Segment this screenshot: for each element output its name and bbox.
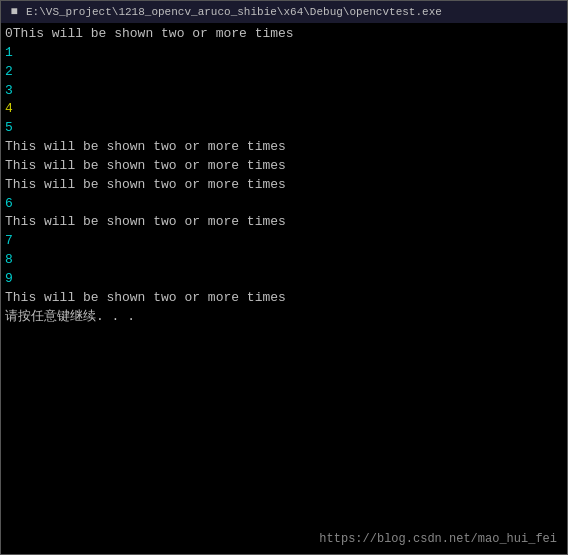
console-line: 4 [5, 100, 563, 119]
window: ■ E:\VS_project\1218_opencv_aruco_shibie… [0, 0, 568, 555]
console-line: This will be shown two or more times [5, 176, 563, 195]
console-line: This will be shown two or more times [5, 157, 563, 176]
title-bar: ■ E:\VS_project\1218_opencv_aruco_shibie… [1, 1, 567, 23]
console-line: 5 [5, 119, 563, 138]
footer-link: https://blog.csdn.net/mao_hui_fei [319, 531, 557, 548]
console-line: 7 [5, 232, 563, 251]
title-text: E:\VS_project\1218_opencv_aruco_shibie\x… [26, 6, 442, 18]
console-line: This will be shown two or more times [5, 289, 563, 308]
console-lines: 0This will be shown two or more times123… [5, 25, 563, 327]
window-icon: ■ [7, 5, 21, 19]
console-line: 6 [5, 195, 563, 214]
console-line: 8 [5, 251, 563, 270]
console-line: This will be shown two or more times [5, 138, 563, 157]
console-line: 2 [5, 63, 563, 82]
console-line: 9 [5, 270, 563, 289]
console-line: 3 [5, 82, 563, 101]
console-line: 1 [5, 44, 563, 63]
console-line: This will be shown two or more times [5, 213, 563, 232]
console-output: 0This will be shown two or more times123… [1, 23, 567, 554]
console-line: 0This will be shown two or more times [5, 25, 563, 44]
console-line: 请按任意键继续. . . [5, 308, 563, 327]
